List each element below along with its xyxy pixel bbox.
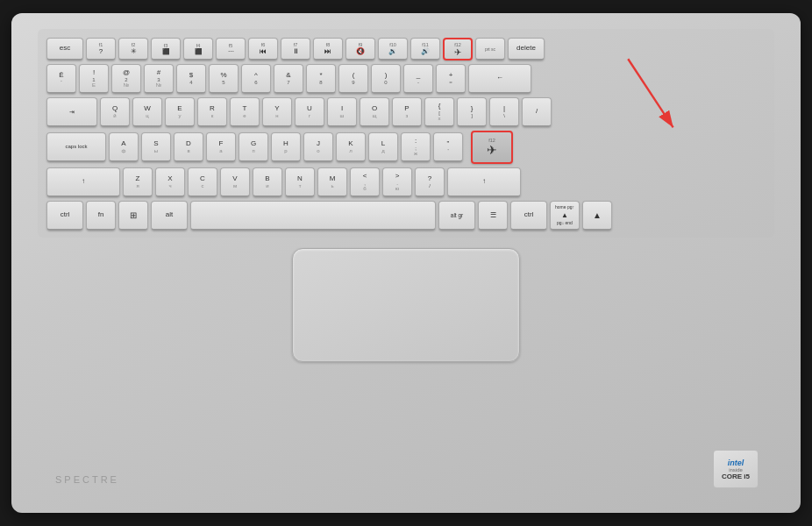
key-prtsc[interactable]: prt sc [475, 38, 505, 60]
key-5[interactable]: %5 [209, 64, 239, 94]
key-0[interactable]: )0 [371, 64, 401, 94]
key-o[interactable]: Oщ [360, 97, 389, 127]
key-f10[interactable]: f10🔉 [378, 38, 408, 60]
key-quote[interactable]: "' [433, 132, 463, 162]
key-backslash[interactable]: |\ [489, 97, 519, 127]
key-f11[interactable]: f11🔊 [410, 38, 440, 60]
laptop-body: esc f1? f2✳ f3⬛ f4⬛ f5⋯ f6⏮ f7⏸ f8⏭ f9🔇 … [11, 13, 801, 513]
key-semicolon[interactable]: :;ж [401, 132, 431, 162]
key-equal[interactable]: += [436, 64, 466, 94]
key-1[interactable]: !1Е [79, 64, 109, 94]
keyboard-rows: esc f1? f2✳ f3⬛ f4⬛ f5⋯ f6⏮ f7⏸ f8⏭ f9🔇 … [46, 38, 766, 231]
key-f7[interactable]: f7⏸ [281, 38, 310, 60]
key-9[interactable]: (9 [338, 64, 368, 94]
key-backspace[interactable]: ← [468, 64, 531, 94]
key-f8[interactable]: f8⏭ [313, 38, 343, 60]
key-d[interactable]: Dв [174, 132, 203, 162]
home-key-row: caps lock Aф Sы Dв Fа Gп Hр Jо Kл Lд :;ж… [46, 131, 766, 164]
key-menu[interactable]: ☰ [478, 201, 508, 231]
intel-core-text: CORE i5 [722, 473, 750, 480]
key-nav-cluster[interactable]: home pg↑ ▲ pg↓ end [550, 201, 580, 231]
key-x[interactable]: Xч [155, 167, 185, 197]
key-m[interactable]: Mь [317, 167, 347, 197]
key-f2[interactable]: f2✳ [118, 38, 148, 60]
key-fn[interactable]: fn [86, 201, 116, 231]
key-t[interactable]: Tе [230, 97, 260, 127]
key-g[interactable]: Gп [239, 132, 268, 162]
key-win[interactable]: ⊞ [118, 201, 148, 231]
key-space[interactable] [190, 201, 436, 231]
key-f5[interactable]: f5⋯ [216, 38, 246, 60]
key-3[interactable]: #3№ [144, 64, 174, 94]
key-shift-right[interactable]: ↑ [447, 167, 521, 197]
number-key-row: Ё` !1Е @2№ #3№ $4 %5 ^6 &7 *8 (9 )0 _- +… [46, 64, 766, 94]
key-4[interactable]: $4 [176, 64, 206, 94]
key-6[interactable]: ^6 [241, 64, 271, 94]
key-f[interactable]: Fа [206, 132, 236, 162]
key-tab[interactable]: ⇥ [46, 97, 97, 127]
key-alt-gr[interactable]: alt gr [438, 201, 475, 231]
key-f12-large[interactable]: f12 ✈ [471, 131, 513, 164]
key-h[interactable]: Hр [271, 132, 301, 162]
key-c[interactable]: Cс [188, 167, 217, 197]
key-v[interactable]: Vм [220, 167, 250, 197]
key-u[interactable]: Uг [295, 97, 324, 127]
key-f6[interactable]: f6⏮ [248, 38, 278, 60]
key-w[interactable]: Wц [132, 97, 162, 127]
key-a[interactable]: Aф [109, 132, 139, 162]
key-f12-small-highlight[interactable]: f12✈ [443, 38, 473, 60]
key-r[interactable]: Rк [197, 97, 227, 127]
key-8[interactable]: *8 [306, 64, 336, 94]
fn-key-row: esc f1? f2✳ f3⬛ f4⬛ f5⋯ f6⏮ f7⏸ f8⏭ f9🔇 … [46, 38, 766, 60]
key-esc[interactable]: esc [46, 38, 83, 60]
bottom-key-row: ctrl fn ⊞ alt alt gr ☰ ctrl home pg↑ ▲ p… [46, 201, 766, 231]
key-period[interactable]: >.ю [382, 167, 412, 197]
intel-brand-text: intel [728, 458, 744, 467]
key-shift-left[interactable]: ↑ [46, 167, 120, 197]
intel-badge: intel inside CORE i5 [713, 450, 759, 488]
key-ctrl-left[interactable]: ctrl [46, 201, 83, 231]
key-7[interactable]: &7 [274, 64, 303, 94]
key-k[interactable]: Kл [336, 132, 366, 162]
key-2[interactable]: @2№ [111, 64, 141, 94]
key-alt-left[interactable]: alt [151, 201, 188, 231]
key-q[interactable]: Qй [100, 97, 130, 127]
key-lbracket[interactable]: {[х [424, 97, 454, 127]
brand-spectre-label: SPECTRE [55, 474, 119, 485]
key-y[interactable]: Yн [262, 97, 292, 127]
key-ctrl-right[interactable]: ctrl [510, 201, 547, 231]
key-e[interactable]: Eу [165, 97, 195, 127]
key-capslock[interactable]: caps lock [46, 132, 106, 162]
key-s[interactable]: Sы [141, 132, 171, 162]
key-f3[interactable]: f3⬛ [151, 38, 181, 60]
key-backtick[interactable]: Ё` [46, 64, 76, 94]
key-slash-extra[interactable]: / [522, 97, 552, 127]
key-i[interactable]: Iш [327, 97, 357, 127]
key-rbracket[interactable]: }] [457, 97, 487, 127]
key-arrow-up[interactable]: ▲ [582, 201, 612, 231]
key-f9[interactable]: f9🔇 [345, 38, 375, 60]
qwerty-key-row: ⇥ Qй Wц Eу Rк Tе Yн Uг Iш Oщ Pз {[х }] |… [46, 97, 766, 127]
key-minus[interactable]: _- [403, 64, 433, 94]
key-fwdslash[interactable]: ?/ [415, 167, 445, 197]
key-j[interactable]: Jо [303, 132, 333, 162]
touchpad-area [38, 248, 774, 362]
key-f1[interactable]: f1? [86, 38, 116, 60]
key-l[interactable]: Lд [368, 132, 398, 162]
key-f4[interactable]: f4⬛ [183, 38, 213, 60]
key-comma[interactable]: <,б [350, 167, 380, 197]
key-n[interactable]: Nт [285, 167, 315, 197]
key-b[interactable]: Bи [253, 167, 282, 197]
key-delete[interactable]: delete [508, 38, 545, 60]
touchpad[interactable] [292, 248, 520, 362]
key-z[interactable]: Zя [123, 167, 153, 197]
key-p[interactable]: Pз [392, 97, 422, 127]
keyboard-area: esc f1? f2✳ f3⬛ f4⬛ f5⋯ f6⏮ f7⏸ f8⏭ f9🔇 … [38, 29, 774, 238]
shift-key-row: ↑ Zя Xч Cс Vм Bи Nт Mь <,б >.ю ?/ ↑ [46, 167, 766, 197]
